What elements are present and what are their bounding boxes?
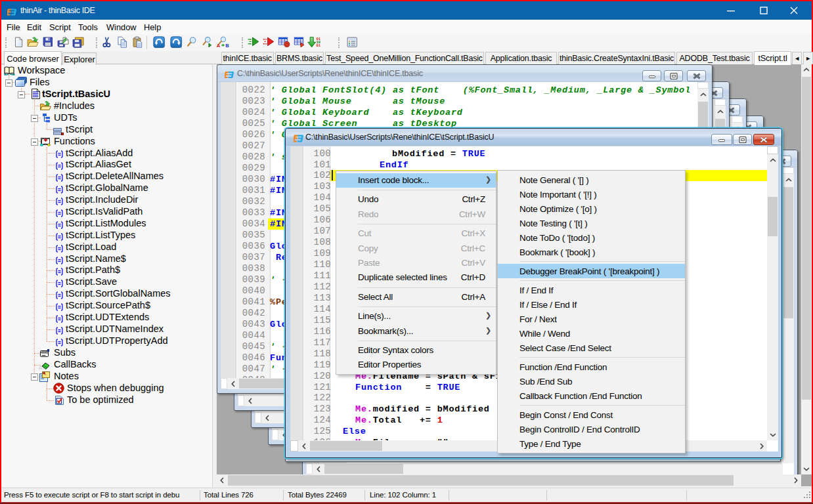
svg-text:01: 01 [316,43,320,48]
svg-text:A: A [217,43,221,49]
svg-text:B: B [225,43,229,49]
